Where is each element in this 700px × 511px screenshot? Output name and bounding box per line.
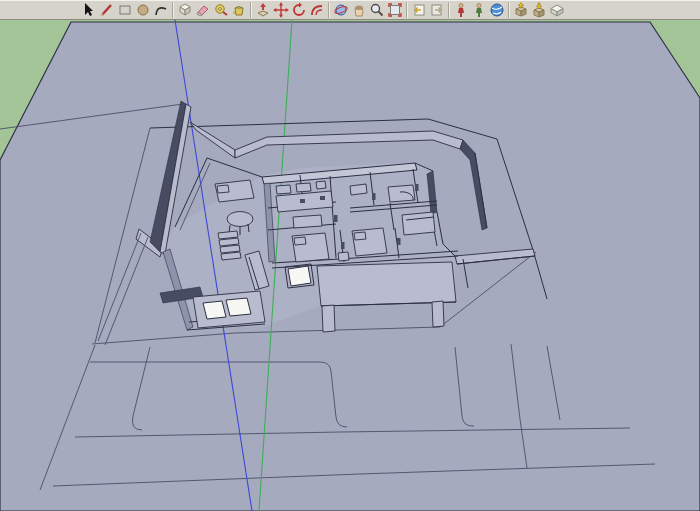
look-around-icon xyxy=(471,2,487,18)
round-table xyxy=(227,212,253,227)
push-pull-icon xyxy=(255,2,271,18)
arc-tool-button[interactable] xyxy=(152,1,170,19)
main-toolbar xyxy=(0,0,700,20)
tape-measure-icon xyxy=(213,2,229,18)
offset-curves-icon xyxy=(309,2,325,18)
toolbar-separator xyxy=(406,2,408,18)
scene-canvas xyxy=(0,20,700,511)
circle-tool-button[interactable] xyxy=(134,1,152,19)
rectangle-icon xyxy=(117,2,133,18)
arc-icon xyxy=(153,2,169,18)
terrain-box-icon xyxy=(549,2,565,18)
paint-bucket-icon xyxy=(231,2,247,18)
move-arrows-icon xyxy=(273,2,289,18)
3d-model-viewport[interactable] xyxy=(0,20,700,511)
position-camera-icon xyxy=(453,2,469,18)
push-pull-button[interactable] xyxy=(254,1,272,19)
kitchen-island xyxy=(293,215,322,228)
nightstand xyxy=(338,252,349,261)
previous-view-button[interactable] xyxy=(410,1,428,19)
toggle-terrain-button[interactable] xyxy=(548,1,566,19)
toolbar-separator xyxy=(448,2,450,18)
eraser-tool-button[interactable] xyxy=(194,1,212,19)
toolbar-separator xyxy=(250,2,252,18)
orbit-icon xyxy=(333,2,349,18)
line-tool-button[interactable] xyxy=(98,1,116,19)
make-component-button[interactable] xyxy=(176,1,194,19)
select-cursor-icon xyxy=(81,2,97,18)
select-tool-button[interactable] xyxy=(80,1,98,19)
pan-hand-icon xyxy=(351,2,367,18)
google-earth-button[interactable] xyxy=(488,1,506,19)
eraser-icon xyxy=(195,2,211,18)
patio-column xyxy=(322,305,335,332)
right-room-sofa xyxy=(402,212,435,235)
magnifier-icon xyxy=(369,2,385,18)
globe-icon xyxy=(489,2,505,18)
rotate-arrows-icon xyxy=(291,2,307,18)
share-model-button[interactable] xyxy=(530,1,548,19)
zoom-extents-icon xyxy=(387,2,403,18)
previous-view-icon xyxy=(411,2,427,18)
skylight-window xyxy=(203,301,226,319)
pan-tool-button[interactable] xyxy=(350,1,368,19)
toolbar-separator xyxy=(508,2,510,18)
rectangle-tool-button[interactable] xyxy=(116,1,134,19)
zoom-extents-button[interactable] xyxy=(386,1,404,19)
upper-right-bed xyxy=(388,185,415,202)
next-view-icon xyxy=(429,2,445,18)
patio-column xyxy=(432,301,444,327)
toolbar-separator xyxy=(328,2,330,18)
skylight-window xyxy=(288,266,311,286)
position-camera-button[interactable] xyxy=(452,1,470,19)
orbit-tool-button[interactable] xyxy=(332,1,350,19)
rotate-tool-button[interactable] xyxy=(290,1,308,19)
skylight-window xyxy=(226,298,251,316)
sketchup-window xyxy=(0,0,700,511)
get-models-icon xyxy=(513,2,529,18)
bed-middle-right xyxy=(352,228,387,256)
get-models-button[interactable] xyxy=(512,1,530,19)
next-view-button[interactable] xyxy=(428,1,446,19)
component-box-icon xyxy=(177,2,193,18)
pencil-icon xyxy=(99,2,115,18)
paint-bucket-button[interactable] xyxy=(230,1,248,19)
move-tool-button[interactable] xyxy=(272,1,290,19)
circle-icon xyxy=(135,2,151,18)
tape-measure-button[interactable] xyxy=(212,1,230,19)
offset-tool-button[interactable] xyxy=(308,1,326,19)
zoom-tool-button[interactable] xyxy=(368,1,386,19)
look-around-button[interactable] xyxy=(470,1,488,19)
share-model-icon xyxy=(531,2,547,18)
toolbar-separator xyxy=(172,2,174,18)
